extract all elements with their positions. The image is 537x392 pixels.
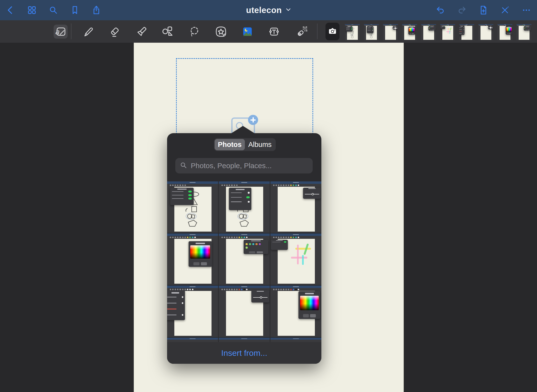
mini-tool-dot [442,25,442,26]
mini-tool-dot [182,289,184,290]
photo-thumbnail[interactable] [270,286,321,337]
lasso-tool[interactable] [188,25,202,39]
mini-tool-dot [447,25,448,26]
mini-color-dot [246,243,248,245]
mini-toggle-off [464,33,464,34]
shapes-icon [161,25,174,38]
text-tool[interactable] [267,25,281,39]
mini-panel-title [251,241,261,241]
exit-edit-mode-button[interactable] [499,5,510,16]
mini-tool-dot [405,25,405,26]
mini-screenshot [383,24,398,40]
stickers-tool[interactable] [214,25,228,39]
mini-tool-dot [182,237,184,238]
mini-popover-panel [440,26,445,29]
mini-slider [393,28,397,28]
mini-tool-dot [295,237,297,238]
more-options-button[interactable] [521,5,532,16]
page-thumbnail[interactable] [364,24,379,40]
page-thumbnail[interactable] [478,24,493,40]
eraser-tool[interactable] [108,25,122,39]
mini-tool-dot [425,25,425,26]
image-tool[interactable] [240,25,254,39]
photo-thumbnail-partial[interactable] [219,338,270,342]
mini-panel-row [172,194,192,196]
redo-button[interactable] [456,5,467,16]
page-thumbnail[interactable] [383,24,398,40]
mini-tool-dot [519,25,520,26]
photo-thumbnail[interactable] [219,234,270,285]
mini-panel-title [196,243,205,244]
mini-panel-title [369,27,372,27]
mini-panel-row [346,29,352,30]
mini-panel-title [276,240,283,241]
undo-button[interactable] [435,5,446,16]
edit-mode-tool[interactable]: a [54,25,68,39]
mini-screenshot [219,181,270,233]
mini-button [310,314,316,317]
search-button[interactable] [48,5,59,16]
mini-panel-title [431,26,433,27]
page-thumbnail[interactable] [402,24,417,40]
mini-toggle-on [188,194,192,196]
tab-albums[interactable]: Albums [245,139,275,150]
photo-thumbnail[interactable] [167,286,218,337]
photo-thumbnail[interactable] [270,181,321,233]
pen-tool[interactable] [81,25,95,39]
mini-screenshot [270,181,321,233]
mini-color-dot [249,243,251,245]
mini-color-dot [526,27,527,28]
bookmark-button[interactable] [69,5,80,16]
page-thumbnail[interactable] [459,24,474,40]
mini-button [249,251,255,253]
mini-toggle-off [248,201,250,203]
ellipsis-icon [522,5,531,15]
mini-color-dot [429,28,430,29]
laser-pointer-tool[interactable] [295,25,309,39]
camera-button[interactable] [325,23,339,40]
mini-tool-dot [505,25,505,26]
highlighter-tool[interactable] [135,25,149,39]
document-title-button[interactable]: utelecon [246,0,291,20]
mini-color-dot [524,28,525,29]
tab-photos[interactable]: Photos [215,139,245,150]
photo-thumbnail[interactable] [270,234,321,285]
add-page-button[interactable] [478,5,489,16]
mini-tool-dot [523,25,523,26]
photo-thumbnail-partial[interactable] [270,338,321,342]
mini-panel-title [308,188,316,189]
mini-tool-dot [502,25,503,26]
mini-toggle-on [351,29,352,30]
add-image-badge[interactable] [248,115,258,125]
back-button[interactable] [5,5,16,16]
mini-tool-dot [229,289,230,290]
photo-thumbnail[interactable] [219,181,270,233]
insert-from-button[interactable]: Insert from... [167,342,321,364]
share-button[interactable] [91,5,102,16]
mini-tool-dot [295,289,297,290]
text-icon [268,25,280,38]
mini-tool-dot [175,237,176,238]
mini-toggle-on [284,241,286,243]
page-overview-button[interactable] [26,5,37,16]
mini-popover-panel [524,26,531,31]
page-thumbnail[interactable] [516,24,531,40]
mini-toggle-off [182,314,184,316]
mini-color-grid [506,27,511,32]
photo-thumbnail[interactable] [219,286,270,337]
photo-search-bar[interactable] [175,158,313,173]
photo-thumbnail[interactable] [167,181,218,233]
mini-tool-dot [236,289,238,290]
photo-search-input[interactable] [190,161,308,170]
shapes-tool[interactable] [161,25,175,39]
mini-screenshot [497,24,512,40]
mini-tool-dot [423,25,424,26]
page-thumbnail[interactable] [345,24,360,40]
mini-tool-dot [273,237,275,238]
photo-thumbnail-partial[interactable] [167,338,218,342]
page-thumbnail[interactable] [497,24,512,40]
page-thumbnail[interactable] [421,24,436,40]
mini-screenshot [270,286,321,337]
page-thumbnail[interactable] [440,24,455,40]
photo-thumbnail[interactable] [167,234,218,285]
